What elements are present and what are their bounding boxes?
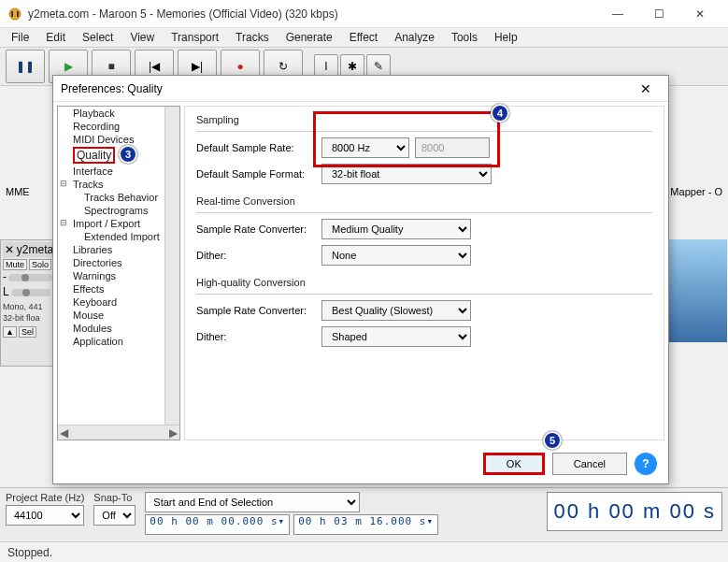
svg-point-0	[9, 8, 21, 20]
menu-select[interactable]: Select	[75, 29, 121, 46]
hq-converter-label: Sample Rate Converter:	[196, 305, 316, 316]
ibeam-icon: I	[324, 60, 327, 73]
track-name: y2meta	[17, 243, 53, 256]
default-rate-label: Default Sample Rate:	[196, 142, 316, 153]
help-button[interactable]: ?	[635, 453, 657, 475]
selection-toolbar: Project Rate (Hz) 44100 Snap-To Off Star…	[0, 487, 728, 541]
preferences-dialog: Preferences: Quality ✕ Playback Recordin…	[52, 75, 669, 484]
tree-midi-devices[interactable]: MIDI Devices	[71, 133, 179, 146]
annotation-badge-3: 3	[119, 145, 137, 164]
cancel-button[interactable]: Cancel	[552, 453, 627, 475]
rt-converter-label: Sample Rate Converter:	[196, 223, 316, 235]
menu-edit[interactable]: Edit	[38, 29, 73, 46]
dialog-footer: OK Cancel ?	[53, 444, 668, 483]
menu-transport[interactable]: Transport	[164, 29, 226, 46]
stop-icon: ■	[107, 60, 114, 73]
default-rate-custom-input[interactable]	[415, 137, 490, 158]
loop-icon: ↻	[278, 60, 288, 73]
preferences-content: Sampling Default Sample Rate: 8000 Hz De…	[184, 106, 664, 440]
menu-analyze[interactable]: Analyze	[387, 29, 442, 46]
tree-tracks-behavior[interactable]: Tracks Behavior	[71, 191, 179, 204]
tree-recording[interactable]: Recording	[71, 120, 179, 133]
menu-tools[interactable]: Tools	[444, 29, 485, 46]
hq-title: High-quality Conversion	[196, 277, 652, 288]
tree-modules[interactable]: Modules	[71, 322, 179, 335]
status-text: Stopped.	[7, 546, 52, 559]
tree-mouse[interactable]: Mouse	[71, 309, 179, 322]
dialog-close-button[interactable]: ✕	[631, 81, 661, 96]
menu-effect[interactable]: Effect	[342, 29, 385, 46]
close-button[interactable]: ✕	[679, 0, 721, 28]
dialog-titlebar[interactable]: Preferences: Quality ✕	[53, 76, 668, 102]
app-logo-icon	[7, 7, 22, 22]
rt-dither-label: Dither:	[196, 250, 316, 261]
pause-icon: ❚❚	[16, 60, 35, 73]
tree-keyboard[interactable]: Keyboard	[71, 295, 179, 309]
selection-mode-select[interactable]: Start and End of Selection	[145, 492, 360, 512]
solo-button[interactable]: Solo	[29, 259, 51, 270]
pan-slider[interactable]	[11, 289, 51, 296]
track-close-icon[interactable]: ✕	[5, 243, 14, 256]
hq-converter-select[interactable]: Best Quality (Slowest)	[321, 300, 471, 321]
select-button[interactable]: Sel	[19, 326, 36, 338]
mute-button[interactable]: Mute	[3, 259, 27, 270]
menu-bar: File Edit Select View Transport Tracks G…	[0, 28, 728, 47]
tree-directories[interactable]: Directories	[71, 256, 179, 269]
hq-dither-select[interactable]: Shaped	[321, 326, 471, 347]
gain-slider[interactable]	[8, 274, 52, 281]
waveform-display[interactable]	[664, 239, 727, 342]
maximize-button[interactable]: ☐	[638, 0, 679, 28]
hq-dither-label: Dither:	[196, 331, 316, 342]
title-bar: y2meta.com - Maroon 5 - Memories (Offici…	[0, 0, 728, 28]
tree-import-export[interactable]: Import / Export	[71, 217, 179, 230]
ok-button[interactable]: OK	[483, 453, 545, 475]
play-icon: ▶	[64, 60, 73, 73]
tree-effects[interactable]: Effects	[71, 282, 179, 295]
selection-end-display[interactable]: 00 h 03 m 16.000 s▾	[293, 514, 438, 535]
default-format-label: Default Sample Format:	[196, 168, 316, 180]
output-device-label[interactable]: Mapper - O	[670, 186, 722, 197]
rt-converter-select[interactable]: Medium Quality	[321, 219, 471, 239]
menu-generate[interactable]: Generate	[278, 29, 340, 46]
default-format-select[interactable]: 32-bit float	[321, 164, 492, 184]
tree-tracks[interactable]: Tracks	[71, 178, 179, 191]
envelope-icon: ✱	[348, 60, 357, 73]
sampling-title: Sampling	[196, 114, 652, 125]
skip-start-icon: |◀	[149, 60, 160, 73]
dialog-title: Preferences: Quality	[61, 82, 631, 95]
project-rate-label: Project Rate (Hz)	[6, 492, 84, 503]
menu-view[interactable]: View	[122, 29, 162, 46]
tree-libraries[interactable]: Libraries	[71, 243, 179, 256]
status-bar: Stopped.	[0, 541, 728, 562]
menu-file[interactable]: File	[4, 29, 36, 46]
realtime-title: Real-time Conversion	[196, 195, 652, 207]
skip-end-icon: ▶|	[192, 60, 203, 73]
host-label[interactable]: MME	[6, 186, 30, 197]
tree-vscrollbar[interactable]	[164, 107, 179, 425]
minimize-button[interactable]: —	[597, 0, 638, 28]
track-collapse-icon[interactable]: ▲	[3, 326, 17, 338]
tree-spectrograms[interactable]: Spectrograms	[71, 204, 179, 217]
pencil-icon: ✎	[374, 60, 383, 73]
time-display[interactable]: 00 h 00 m 00 s	[547, 492, 722, 531]
menu-help[interactable]: Help	[487, 29, 525, 46]
rt-dither-select[interactable]: None	[321, 245, 471, 266]
snap-to-label: Snap-To	[93, 492, 136, 503]
default-rate-select[interactable]: 8000 Hz	[321, 137, 409, 158]
tree-playback[interactable]: Playback	[71, 107, 179, 120]
annotation-badge-5: 5	[543, 431, 562, 450]
tree-application[interactable]: Application	[71, 335, 179, 348]
annotation-badge-4: 4	[491, 104, 509, 122]
project-rate-select[interactable]: 44100	[6, 505, 84, 526]
selection-start-display[interactable]: 00 h 00 m 00.000 s▾	[145, 514, 290, 535]
window-title: y2meta.com - Maroon 5 - Memories (Offici…	[28, 7, 597, 21]
pause-button[interactable]: ❚❚	[6, 50, 45, 83]
tree-extended-import[interactable]: Extended Import	[71, 230, 179, 243]
tree-warnings[interactable]: Warnings	[71, 269, 179, 282]
tree-hscrollbar[interactable]: ◀▶	[58, 425, 179, 440]
tree-interface[interactable]: Interface	[71, 165, 179, 178]
menu-tracks[interactable]: Tracks	[228, 29, 277, 46]
record-icon: ●	[236, 60, 243, 73]
snap-to-select[interactable]: Off	[93, 505, 136, 526]
